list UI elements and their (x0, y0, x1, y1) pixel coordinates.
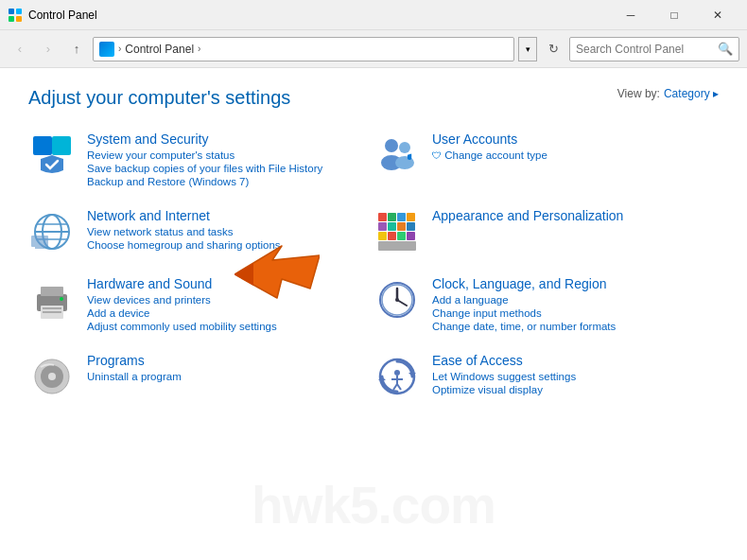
svg-rect-4 (33, 136, 52, 155)
programs-icon (28, 353, 76, 400)
ease-of-access-link-0[interactable]: Let Windows suggest settings (432, 371, 719, 382)
toolbar: ‹ › ↑ › Control Panel › ▾ ↻ 🔍 (0, 30, 747, 68)
svg-rect-29 (378, 241, 416, 251)
svg-rect-5 (52, 136, 71, 155)
category-ease-of-access: Ease of Access Let Windows suggest setti… (374, 353, 719, 400)
clock-language-link-2[interactable]: Change date, time, or number formats (432, 321, 719, 332)
svg-rect-25 (378, 232, 387, 240)
svg-point-40 (395, 298, 399, 302)
network-internet-title[interactable]: Network and Internet (87, 208, 374, 223)
maximize-button[interactable]: □ (652, 0, 696, 30)
view-by-dropdown[interactable]: Category ▸ (664, 87, 719, 100)
page-title: Adjust your computer's settings (28, 87, 719, 109)
up-button[interactable]: ↑ (64, 37, 89, 61)
clock-language-link-0[interactable]: Add a language (432, 294, 719, 306)
category-programs: Programs Uninstall a program (28, 353, 374, 400)
network-internet-link-0[interactable]: View network status and tasks (87, 226, 374, 237)
back-button[interactable]: ‹ (8, 37, 32, 61)
svg-rect-24 (407, 222, 415, 231)
appearance-title[interactable]: Appearance and Personalization (432, 208, 719, 223)
svg-rect-20 (407, 213, 415, 221)
svg-rect-23 (397, 222, 406, 231)
user-accounts-link-0[interactable]: 🛡 Change account type (432, 149, 719, 161)
search-input[interactable] (576, 43, 714, 56)
programs-title[interactable]: Programs (87, 353, 374, 368)
programs-link-0[interactable]: Uninstall a program (87, 371, 374, 382)
address-bar[interactable]: › Control Panel › (93, 37, 514, 61)
main-content: View by: Category ▸ Adjust your computer… (0, 68, 747, 560)
view-by: View by: Category ▸ (617, 87, 719, 100)
system-security-title[interactable]: System and Security (87, 131, 374, 147)
programs-text: Programs Uninstall a program (87, 353, 374, 382)
forward-button[interactable]: › (36, 37, 61, 61)
appearance-text: Appearance and Personalization (432, 208, 719, 226)
system-security-icon (28, 131, 76, 179)
category-hardware-sound: Hardware and Sound View devices and prin… (28, 276, 374, 332)
breadcrumb-text: Control Panel (125, 43, 194, 56)
svg-rect-3 (16, 16, 22, 22)
svg-rect-15 (31, 236, 48, 247)
system-security-link-2[interactable]: Backup and Restore (Windows 7) (87, 176, 374, 187)
hardware-sound-title[interactable]: Hardware and Sound (87, 276, 374, 291)
svg-rect-19 (397, 213, 406, 221)
window-title: Control Panel (28, 9, 97, 22)
close-button[interactable]: ✕ (696, 0, 739, 30)
minimize-button[interactable]: ─ (609, 0, 652, 30)
category-network-internet: Network and Internet View network status… (28, 208, 374, 255)
category-system-security: System and Security Review your computer… (28, 131, 374, 187)
search-box[interactable]: 🔍 (569, 37, 739, 61)
category-appearance: Appearance and Personalization (374, 208, 719, 255)
clock-language-link-1[interactable]: Change input methods (432, 307, 719, 319)
svg-rect-34 (43, 311, 61, 313)
svg-point-35 (60, 297, 63, 301)
title-bar-controls: ─ □ ✕ (609, 0, 739, 30)
hardware-sound-icon (28, 276, 76, 324)
hardware-sound-link-0[interactable]: View devices and printers (87, 294, 374, 306)
title-bar: Control Panel ─ □ ✕ (0, 0, 747, 30)
ease-of-access-icon (374, 353, 421, 400)
refresh-button[interactable]: ↻ (541, 37, 565, 61)
shield-small-icon: 🛡 (432, 150, 442, 161)
user-accounts-icon (374, 131, 421, 179)
categories-grid: System and Security Review your computer… (28, 131, 719, 421)
breadcrumb-icon (99, 42, 114, 57)
svg-rect-27 (397, 232, 406, 240)
app-icon (8, 8, 23, 23)
breadcrumb-separator-2: › (198, 44, 200, 54)
hardware-sound-link-2[interactable]: Adjust commonly used mobility settings (87, 321, 374, 332)
search-icon: 🔍 (718, 42, 733, 56)
view-by-arrow-icon: ▸ (713, 87, 719, 100)
svg-rect-33 (43, 307, 61, 309)
hardware-sound-text: Hardware and Sound View devices and prin… (87, 276, 374, 332)
system-security-link-0[interactable]: Review your computer's status (87, 149, 374, 161)
category-clock-language: Clock, Language, and Region Add a langua… (374, 276, 719, 332)
view-by-label: View by: (617, 87, 660, 100)
clock-language-icon (374, 276, 421, 324)
clock-language-title[interactable]: Clock, Language, and Region (432, 276, 719, 291)
svg-point-43 (48, 373, 56, 380)
svg-rect-1 (16, 9, 22, 14)
address-dropdown-btn[interactable]: ▾ (518, 37, 537, 61)
svg-rect-18 (388, 213, 396, 221)
svg-rect-16 (35, 247, 44, 249)
dropdown-arrow-icon: ▾ (526, 44, 530, 54)
clock-language-text: Clock, Language, and Region Add a langua… (432, 276, 719, 332)
hardware-sound-link-1[interactable]: Add a device (87, 307, 374, 319)
svg-rect-17 (378, 213, 387, 221)
svg-point-47 (394, 370, 400, 376)
watermark-text: hwk5.com (252, 454, 495, 541)
svg-rect-2 (9, 16, 14, 22)
system-security-text: System and Security Review your computer… (87, 131, 374, 187)
breadcrumb-separator-1: › (118, 44, 121, 54)
svg-rect-0 (9, 9, 14, 14)
svg-rect-31 (41, 287, 63, 296)
network-internet-link-1[interactable]: Choose homegroup and sharing options (87, 239, 374, 251)
network-internet-icon (28, 208, 76, 255)
user-accounts-title[interactable]: User Accounts (432, 131, 719, 147)
ease-of-access-link-1[interactable]: Optimize visual display (432, 384, 719, 395)
svg-rect-28 (407, 232, 415, 240)
ease-of-access-title[interactable]: Ease of Access (432, 353, 719, 368)
svg-point-6 (385, 139, 398, 152)
system-security-link-1[interactable]: Save backup copies of your files with Fi… (87, 163, 374, 174)
ease-of-access-text: Ease of Access Let Windows suggest setti… (432, 353, 719, 395)
